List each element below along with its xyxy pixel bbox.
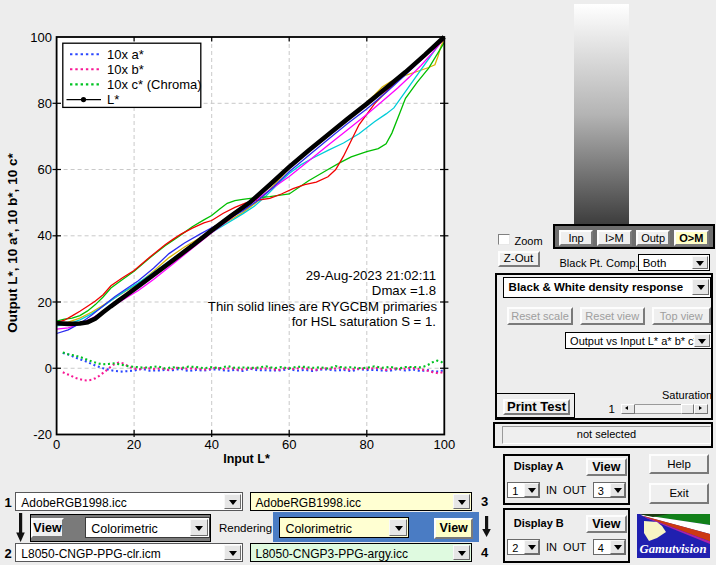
svg-text:Dmax =1.8: Dmax =1.8 — [372, 283, 436, 298]
svg-text:60: 60 — [38, 162, 52, 177]
svg-text:20: 20 — [127, 437, 141, 452]
svg-text:40: 40 — [204, 437, 218, 452]
svg-text:100: 100 — [433, 437, 455, 452]
svg-text:60: 60 — [282, 437, 296, 452]
svg-text:0: 0 — [45, 361, 52, 376]
svg-text:Thin solid lines are RYGCBM pr: Thin solid lines are RYGCBM primaries — [208, 299, 438, 314]
svg-text:Output L*, 10 a*, 10 b*, 10 c*: Output L*, 10 a*, 10 b*, 10 c* — [5, 153, 20, 333]
svg-text:for HSL saturation S = 1.: for HSL saturation S = 1. — [292, 314, 436, 329]
svg-text:100: 100 — [30, 30, 52, 45]
svg-text:-20: -20 — [33, 427, 52, 442]
svg-text:20: 20 — [38, 295, 52, 310]
svg-text:10x b*: 10x b* — [107, 62, 144, 77]
svg-text:10x a*: 10x a* — [107, 47, 144, 62]
svg-text:Input L*: Input L* — [223, 452, 270, 466]
svg-text:L*: L* — [107, 92, 119, 107]
svg-text:80: 80 — [38, 96, 52, 111]
svg-text:80: 80 — [360, 437, 374, 452]
svg-text:29-Aug-2023 21:02:11: 29-Aug-2023 21:02:11 — [306, 268, 436, 283]
svg-text:40: 40 — [38, 228, 52, 243]
svg-text:Gamutvision: Gamutvision — [640, 542, 707, 556]
svg-text:0: 0 — [53, 437, 60, 452]
svg-text:10x c* (Chroma): 10x c* (Chroma) — [107, 77, 202, 92]
